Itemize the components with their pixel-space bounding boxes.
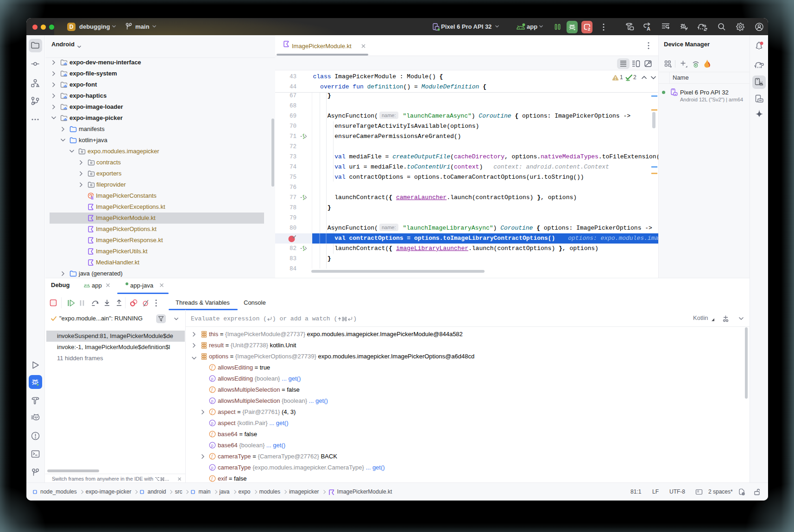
svg-text:2: 2	[588, 26, 590, 31]
svg-text:A: A	[647, 26, 650, 31]
